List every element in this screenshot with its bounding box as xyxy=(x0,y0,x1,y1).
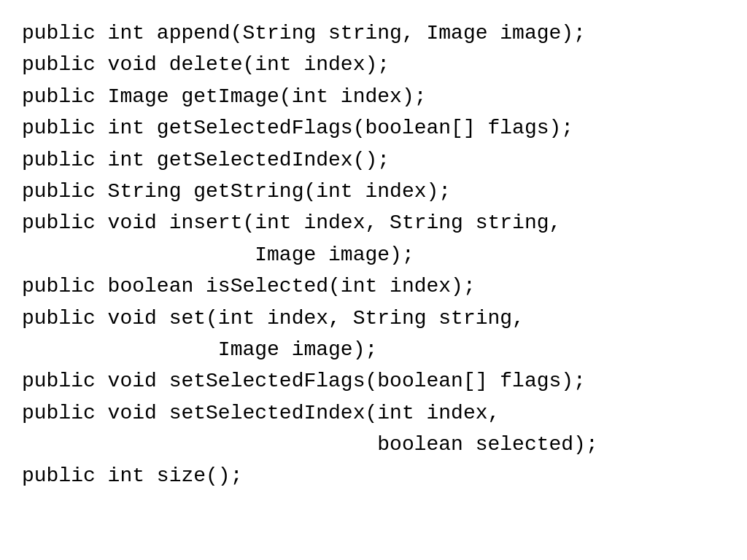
code-block: public int append(String string, Image i… xyxy=(0,0,747,560)
